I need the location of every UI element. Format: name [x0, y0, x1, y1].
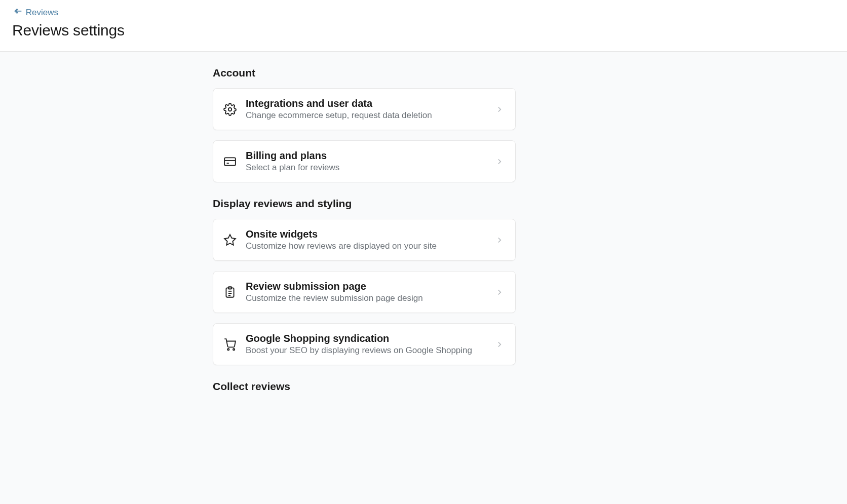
svg-point-1 [228, 107, 232, 111]
page-title: Reviews settings [12, 22, 835, 39]
svg-point-12 [233, 348, 235, 350]
clipboard-icon [223, 286, 237, 299]
chevron-right-icon [495, 236, 505, 245]
card-billing[interactable]: Billing and plans Select a plan for revi… [213, 140, 516, 182]
section-heading-account: Account [213, 67, 516, 79]
section-heading-collect: Collect reviews [213, 380, 516, 393]
page-header: Reviews Reviews settings [0, 0, 847, 52]
card-desc: Customize the review submission page des… [246, 293, 486, 303]
content-area: Account Integrations and user data Chang… [0, 52, 847, 504]
shopping-cart-icon [223, 338, 237, 351]
card-desc: Change ecommerce setup, request data del… [246, 110, 486, 121]
arrow-left-icon [12, 7, 23, 18]
svg-rect-2 [224, 158, 236, 165]
card-text: Review submission page Customize the rev… [246, 281, 486, 303]
chevron-right-icon [495, 105, 505, 114]
back-link[interactable]: Reviews [12, 7, 58, 18]
chevron-right-icon [495, 157, 505, 166]
back-link-label: Reviews [26, 8, 58, 18]
card-text: Google Shopping syndication Boost your S… [246, 333, 486, 356]
card-text: Billing and plans Select a plan for revi… [246, 150, 486, 173]
card-title: Onsite widgets [246, 228, 486, 240]
chevron-right-icon [495, 288, 505, 297]
card-title: Integrations and user data [246, 98, 486, 109]
credit-card-icon [223, 155, 237, 168]
card-desc: Boost your SEO by displaying reviews on … [246, 345, 486, 356]
card-google-shopping[interactable]: Google Shopping syndication Boost your S… [213, 323, 516, 365]
card-desc: Select a plan for reviews [246, 163, 486, 173]
card-desc: Customize how reviews are displayed on y… [246, 241, 486, 251]
card-title: Review submission page [246, 281, 486, 292]
card-title: Billing and plans [246, 150, 486, 162]
card-review-submission[interactable]: Review submission page Customize the rev… [213, 271, 516, 313]
card-text: Onsite widgets Customize how reviews are… [246, 228, 486, 251]
star-icon [223, 234, 237, 247]
svg-marker-5 [224, 235, 236, 245]
chevron-right-icon [495, 340, 505, 349]
gear-icon [223, 103, 237, 116]
card-integrations[interactable]: Integrations and user data Change ecomme… [213, 88, 516, 130]
svg-point-11 [227, 348, 229, 350]
card-text: Integrations and user data Change ecomme… [246, 98, 486, 121]
card-title: Google Shopping syndication [246, 333, 486, 344]
card-onsite-widgets[interactable]: Onsite widgets Customize how reviews are… [213, 219, 516, 261]
content-inner: Account Integrations and user data Chang… [213, 67, 516, 393]
section-heading-display: Display reviews and styling [213, 198, 516, 210]
